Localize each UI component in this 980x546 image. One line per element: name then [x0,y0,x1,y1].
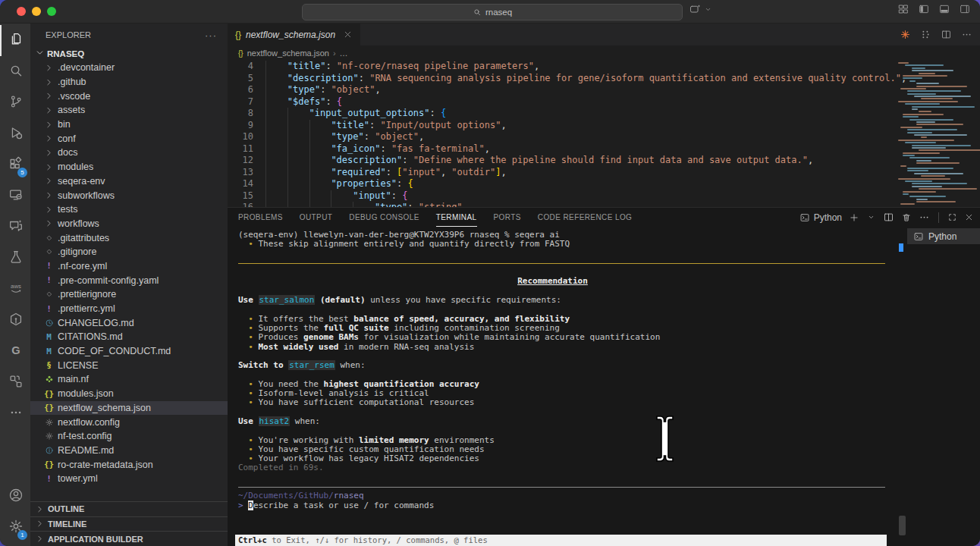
file-row-nextflow-schema-json[interactable]: {}nextflow_schema.json [30,401,228,416]
panel-more-actions-icon[interactable] [919,212,930,223]
code-line-9: 9 "title": "Input/output options", [228,120,980,132]
file-row-CHANGELOG-md[interactable]: CHANGELOG.md [30,315,228,330]
compose-icon[interactable] [689,3,702,16]
folder-row-tests[interactable]: tests [30,202,228,217]
activity-item-testing[interactable] [0,243,30,274]
split-terminal-icon[interactable] [883,212,894,223]
tab-nextflow-schema-json[interactable]: {} nextflow_schema.json [228,24,361,46]
tree-root-rnaseq[interactable]: RNASEQ [30,46,228,61]
minimap[interactable] [897,62,972,207]
folder-row-subworkflows[interactable]: subworkflows [30,188,228,202]
line-number: 15 [228,190,265,202]
terminal[interactable]: (seqera-env) llewelyn-van-der-berg@KTW2Y… [228,227,897,546]
code-editor[interactable]: 4 "title": "nf-core/rnaseq pipeline para… [228,61,980,207]
scrollbar-handle[interactable] [899,516,906,535]
file-row-CODE-OF-CONDUCT-md[interactable]: MCODE_OF_CONDUCT.md [30,344,228,359]
panel-tab-terminal[interactable]: TERMINAL [436,208,477,227]
zoom-window-button[interactable] [47,7,56,16]
file-row-CITATIONS-md[interactable]: MCITATIONS.md [30,330,228,344]
activity-item-explorer[interactable] [0,25,30,56]
folder-row-modules[interactable]: modules [30,160,228,174]
explorer-more-actions-icon[interactable]: ··· [205,30,217,41]
chat-icon [8,218,24,237]
file-row-main-nf[interactable]: main.nf [30,372,228,387]
tab-close-icon[interactable] [343,30,353,39]
activity-item-account[interactable] [0,481,30,512]
sidebar-section-outline[interactable]: OUTLINE [30,501,228,516]
schema-outline-icon[interactable] [920,29,931,40]
panel-tab-output[interactable]: OUTPUT [300,208,333,227]
activity-item-gitlens[interactable]: G [0,336,30,367]
sidebar-section-application-builder[interactable]: APPLICATION BUILDER [30,531,228,546]
minimize-window-button[interactable] [32,7,41,16]
terminal-scrollbar[interactable] [897,227,907,546]
activity-item-organization[interactable] [0,367,30,398]
file-row-nf-test-config[interactable]: nf-test.config [30,429,228,444]
code-text: "required": ["input", "outdir"], [265,167,507,179]
info-file-icon [44,446,54,455]
address-search-field[interactable]: rnaseq [302,4,683,20]
activity-item-source-control[interactable] [0,87,30,118]
close-panel-icon[interactable] [964,212,974,222]
file-row-nextflow-config[interactable]: nextflow.config [30,415,228,429]
breadcrumb-separator: › [333,49,336,58]
activity-item-aws[interactable]: aws [0,274,30,305]
launch-profile-chevron-icon[interactable] [866,212,876,222]
sparkle-icon[interactable] [900,29,911,40]
panel-tab-debug-console[interactable]: DEBUG CONSOLE [349,208,419,227]
activity-item-search[interactable] [0,56,30,87]
more-actions-icon[interactable] [961,29,972,40]
toggle-right-sidebar-icon[interactable] [959,3,971,15]
maximize-panel-icon[interactable] [947,212,957,222]
file-row--gitattributes[interactable]: .gitattributes [30,231,228,245]
activity-item-settings[interactable]: 1 [0,512,30,543]
svg-text:G: G [11,344,20,356]
folder-row-seqera-env[interactable]: seqera-env [30,174,228,189]
folder-row-devcontainer[interactable]: .devcontainer [30,61,228,75]
activity-item-chat[interactable] [0,212,30,243]
sidebar-section-timeline[interactable]: TIMELINE [30,516,228,532]
folder-row-github[interactable]: .github [30,75,228,89]
folder-row-vscode[interactable]: .vscode [30,89,228,103]
file-label: .prettierrc.yml [58,303,115,314]
breadcrumb[interactable]: {} nextflow_schema.json › … [228,46,980,61]
terminal-list-item-python[interactable]: Python [907,228,980,244]
grid-layout-icon[interactable] [897,3,909,15]
activity-item-more-views[interactable] [0,398,30,429]
file-row--prettierignore[interactable]: .prettierignore [30,287,228,302]
file-row-LICENSE[interactable]: §LICENSE [30,358,228,372]
file-row--nf-core-yml[interactable]: !.nf-core.yml [30,259,228,274]
folder-row-conf[interactable]: conf [30,131,228,146]
activity-item-containers[interactable] [0,305,30,336]
file-row-modules-json[interactable]: {}modules.json [30,387,228,401]
terminal-line: Switch to star_rsem when: [238,361,897,370]
kill-terminal-icon[interactable] [901,212,912,223]
file-row-ro-crate-metadata-json[interactable]: {}ro-crate-metadata.json [30,457,228,472]
file-row-tower-yml[interactable]: !tower.yml [30,472,228,486]
activity-item-remote-explorer[interactable] [0,180,30,212]
panel-tab-problems[interactable]: PROBLEMS [238,208,283,227]
panel-tab-code-reference-log[interactable]: CODE REFERENCE LOG [538,208,632,227]
folder-row-workflows[interactable]: workflows [30,217,228,231]
toggle-bottom-panel-icon[interactable] [938,3,950,15]
folder-label: docs [58,147,77,158]
terminal-profile-selector[interactable]: Python [799,212,842,223]
close-window-button[interactable] [17,7,26,16]
file-row--gitignore[interactable]: .gitignore [30,245,228,259]
toggle-left-sidebar-icon[interactable] [918,3,930,15]
search-icon [473,8,482,17]
panel-tab-ports[interactable]: PORTS [494,208,521,227]
flower-file-icon [44,375,54,384]
split-editor-icon[interactable] [941,29,952,40]
chevron-down-icon[interactable] [703,5,713,14]
folder-row-docs[interactable]: docs [30,146,228,160]
folder-row-bin[interactable]: bin [30,118,228,132]
new-terminal-icon[interactable] [849,212,859,223]
file-row--prettierrc-yml[interactable]: !.prettierrc.yml [30,302,228,316]
folder-row-assets[interactable]: assets [30,103,228,118]
chevron-right-icon [44,105,54,115]
activity-item-run-debug[interactable] [0,118,30,149]
file-row--pre-commit-config-yaml[interactable]: !.pre-commit-config.yaml [30,273,228,287]
file-row-README-md[interactable]: README.md [30,444,228,458]
activity-item-extensions[interactable]: 5 [0,149,30,180]
